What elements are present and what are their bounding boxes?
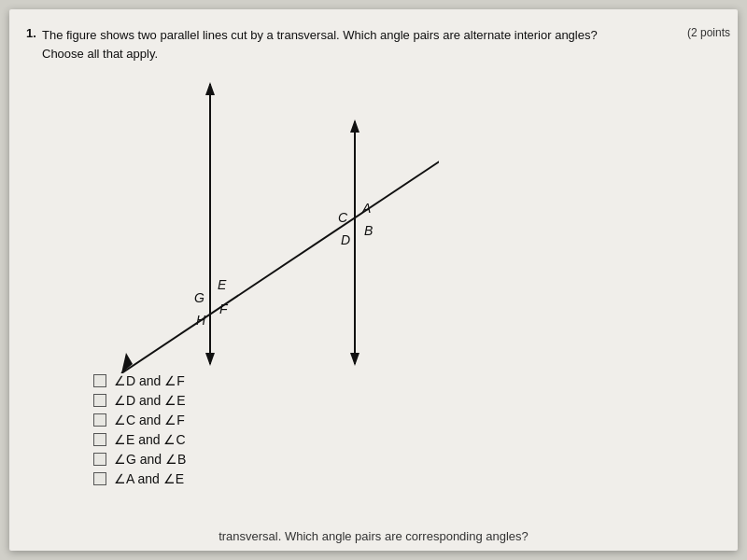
choice-item-3: ∠C and ∠F bbox=[93, 413, 186, 427]
svg-marker-2 bbox=[205, 353, 215, 366]
choice-item-5: ∠G and ∠B bbox=[93, 452, 186, 467]
choice-item-6: ∠A and ∠E bbox=[93, 471, 186, 486]
svg-marker-4 bbox=[350, 119, 359, 133]
bottom-text: transversal. Which angle pairs are corre… bbox=[9, 529, 738, 543]
answer-choices: ∠D and ∠F ∠D and ∠E ∠C and ∠F ∠E and ∠C … bbox=[93, 373, 186, 491]
diagram: A B C D E F G H bbox=[65, 75, 439, 373]
checkbox-5[interactable] bbox=[93, 453, 106, 466]
svg-text:C: C bbox=[338, 210, 348, 225]
checkbox-3[interactable] bbox=[93, 413, 106, 427]
points-label: (2 points bbox=[687, 26, 730, 39]
choice-item-2: ∠D and ∠E bbox=[93, 393, 186, 408]
checkbox-2[interactable] bbox=[93, 394, 106, 407]
svg-text:E: E bbox=[218, 277, 227, 292]
page: 1. The figure shows two parallel lines c… bbox=[9, 9, 738, 551]
svg-text:B: B bbox=[364, 223, 373, 238]
question-number: 1. bbox=[26, 26, 36, 40]
question-line1: The figure shows two parallel lines cut … bbox=[42, 28, 598, 42]
checkbox-6[interactable] bbox=[93, 472, 106, 485]
choice-label-1: ∠D and ∠F bbox=[114, 373, 185, 388]
svg-text:F: F bbox=[219, 301, 229, 316]
svg-text:D: D bbox=[341, 232, 350, 247]
svg-text:A: A bbox=[361, 201, 371, 216]
choice-label-5: ∠G and ∠B bbox=[114, 452, 186, 467]
svg-text:H: H bbox=[196, 313, 206, 328]
question-text: The figure shows two parallel lines cut … bbox=[42, 26, 640, 63]
choice-label-2: ∠D and ∠E bbox=[114, 393, 186, 408]
svg-marker-5 bbox=[350, 353, 359, 366]
svg-text:G: G bbox=[194, 290, 204, 305]
question-line2: Choose all that apply. bbox=[42, 47, 158, 61]
choice-item-1: ∠D and ∠F bbox=[93, 373, 186, 388]
choice-label-3: ∠C and ∠F bbox=[114, 413, 185, 427]
svg-line-6 bbox=[121, 149, 439, 373]
choice-label-6: ∠A and ∠E bbox=[114, 471, 184, 486]
choice-label-4: ∠E and ∠C bbox=[114, 432, 186, 447]
svg-marker-1 bbox=[205, 82, 215, 95]
checkbox-4[interactable] bbox=[93, 433, 106, 446]
choice-item-4: ∠E and ∠C bbox=[93, 432, 186, 447]
checkbox-1[interactable] bbox=[93, 374, 106, 387]
